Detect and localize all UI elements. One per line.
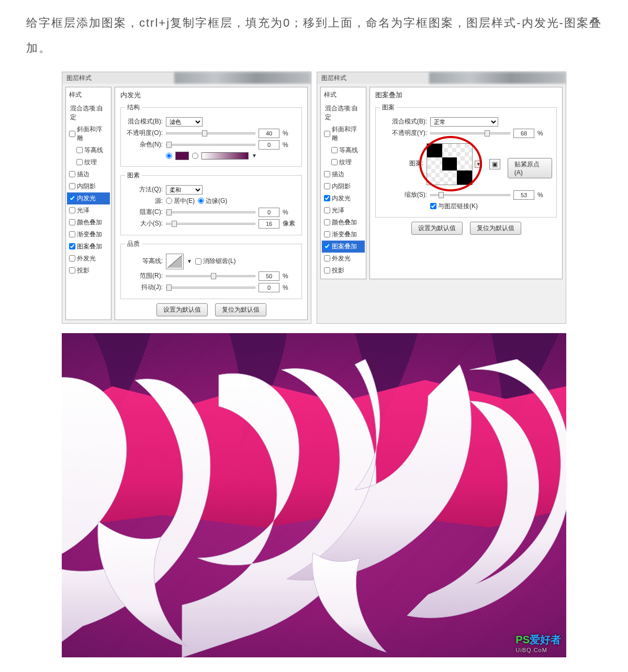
opacity-slider[interactable] xyxy=(166,132,255,134)
range-slider[interactable] xyxy=(166,275,255,277)
checkbox[interactable] xyxy=(324,207,330,213)
make-default-button[interactable]: 设置为默认值 xyxy=(156,303,208,316)
checkbox[interactable] xyxy=(69,195,75,201)
style-color-overlay[interactable]: 颜色叠加 xyxy=(322,217,365,229)
opacity-label: 不透明度(O): xyxy=(125,129,163,138)
noise-value[interactable]: 0 xyxy=(259,140,279,150)
choke-value[interactable]: 0 xyxy=(259,208,279,217)
style-pattern-overlay[interactable]: 图案叠加 xyxy=(322,241,365,253)
opacity-slider[interactable] xyxy=(430,132,510,134)
size-slider[interactable] xyxy=(166,223,255,225)
checkbox[interactable] xyxy=(69,255,75,261)
style-inner-glow[interactable]: 内发光 xyxy=(67,192,110,204)
checkbox[interactable] xyxy=(69,131,75,137)
checkbox[interactable] xyxy=(324,255,330,261)
checkbox[interactable] xyxy=(324,171,330,177)
new-preset-icon[interactable]: ▣ xyxy=(489,159,500,169)
scale-slider[interactable] xyxy=(430,194,510,196)
color-radio[interactable] xyxy=(166,153,172,159)
style-blend-options[interactable]: 混合选项:自定 xyxy=(67,102,110,123)
style-inner-glow[interactable]: 内发光 xyxy=(322,192,365,204)
opacity-value[interactable]: 68 xyxy=(513,129,534,138)
group-quality: 品质 xyxy=(125,240,142,248)
color-swatch[interactable] xyxy=(175,152,189,160)
style-bevel[interactable]: 斜面和浮雕 xyxy=(67,123,110,144)
chevron-down-icon[interactable]: ▼ xyxy=(187,258,192,264)
checkbox[interactable] xyxy=(324,267,330,274)
style-satin[interactable]: 光泽 xyxy=(67,204,110,217)
style-inner-shadow[interactable]: 内阴影 xyxy=(67,180,110,192)
jitter-value[interactable]: 0 xyxy=(259,283,279,292)
checkbox[interactable] xyxy=(69,243,75,249)
source-center-radio[interactable]: 居中(E) xyxy=(166,197,195,206)
range-value[interactable]: 50 xyxy=(259,271,279,281)
blend-mode-select[interactable]: 滤色 xyxy=(166,117,203,127)
percent-unit: % xyxy=(537,191,552,199)
style-texture[interactable]: 纹理 xyxy=(322,156,365,168)
checkbox[interactable] xyxy=(69,207,75,213)
style-gradient-overlay[interactable]: 渐变叠加 xyxy=(322,229,365,241)
checkbox[interactable] xyxy=(69,231,75,237)
noise-slider[interactable] xyxy=(166,144,255,146)
source-edge-radio[interactable]: 边缘(G) xyxy=(198,197,227,206)
style-inner-shadow[interactable]: 内阴影 xyxy=(322,180,365,192)
checkbox[interactable] xyxy=(324,131,330,137)
style-outer-glow[interactable]: 外发光 xyxy=(67,253,110,265)
checkbox[interactable] xyxy=(331,147,338,153)
pattern-preview[interactable] xyxy=(427,143,473,185)
noise-label: 杂色(N): xyxy=(125,140,163,149)
style-drop-shadow[interactable]: 投影 xyxy=(67,265,110,277)
checkbox[interactable] xyxy=(69,267,75,274)
style-color-overlay[interactable]: 颜色叠加 xyxy=(67,217,110,229)
style-drop-shadow[interactable]: 投影 xyxy=(322,265,365,277)
checkbox[interactable] xyxy=(324,231,330,237)
make-default-button[interactable]: 设置为默认值 xyxy=(411,222,463,235)
contour-picker[interactable] xyxy=(166,254,184,269)
inner-glow-panel: 内发光 结构 混合模式(B): 滤色 不透明度(O): 40 % 杂色(N): xyxy=(115,87,308,320)
checkbox[interactable] xyxy=(69,171,75,177)
range-label: 范围(R): xyxy=(125,271,163,280)
chevron-down-icon[interactable]: ▼ xyxy=(252,153,257,158)
choke-slider[interactable] xyxy=(166,211,255,213)
checkbox[interactable] xyxy=(76,159,83,165)
watermark: PS爱好者 UiBQ.CoM xyxy=(515,633,561,653)
style-contour[interactable]: 等高线 xyxy=(322,144,365,156)
px-unit: 像素 xyxy=(283,219,297,228)
checkbox[interactable] xyxy=(324,243,330,249)
technique-select[interactable]: 柔和 xyxy=(166,185,203,195)
style-bevel[interactable]: 斜面和浮雕 xyxy=(322,123,365,144)
size-value[interactable]: 16 xyxy=(259,219,279,229)
style-contour[interactable]: 等高线 xyxy=(67,144,110,156)
snap-origin-button[interactable]: 贴紧原点(A) xyxy=(508,158,552,178)
layer-style-dialog-inner-glow: 图层样式 样式 混合选项:自定 斜面和浮雕 等高线 纹理 描边 内阴影 内发光 … xyxy=(62,72,311,324)
style-gradient-overlay[interactable]: 渐变叠加 xyxy=(67,229,110,241)
checkbox[interactable] xyxy=(69,219,75,225)
checkbox[interactable] xyxy=(331,159,338,165)
style-outer-glow[interactable]: 外发光 xyxy=(322,253,365,265)
group-structure: 结构 xyxy=(125,103,142,112)
style-texture[interactable]: 纹理 xyxy=(67,156,110,168)
style-stroke[interactable]: 描边 xyxy=(67,168,110,180)
chevron-down-icon[interactable]: ▼ xyxy=(475,161,482,168)
reset-default-button[interactable]: 复位为默认值 xyxy=(470,222,521,235)
antialias-check[interactable]: 消除锯齿(L) xyxy=(195,257,236,266)
gradient-radio[interactable] xyxy=(192,153,198,159)
blend-mode-select[interactable]: 正常 xyxy=(430,117,498,127)
link-with-layer-check[interactable]: 与图层链接(K) xyxy=(430,202,478,211)
checkbox[interactable] xyxy=(324,183,330,189)
style-blend-options[interactable]: 混合选项:自定 xyxy=(322,102,365,123)
style-pattern-overlay[interactable]: 图案叠加 xyxy=(67,241,110,253)
reset-default-button[interactable]: 复位为默认值 xyxy=(215,303,266,316)
checkbox[interactable] xyxy=(324,195,330,201)
checkbox[interactable] xyxy=(324,219,330,225)
gradient-swatch[interactable] xyxy=(201,152,249,160)
opacity-value[interactable]: 40 xyxy=(259,129,279,138)
checkbox[interactable] xyxy=(76,147,83,153)
scale-value[interactable]: 53 xyxy=(513,190,534,200)
style-stroke[interactable]: 描边 xyxy=(322,168,365,180)
style-satin[interactable]: 光泽 xyxy=(322,204,365,217)
blend-mode-label: 混合模式(B): xyxy=(380,117,427,126)
checkbox[interactable] xyxy=(69,183,75,189)
jitter-slider[interactable] xyxy=(166,287,255,289)
pattern-overlay-panel: 图案叠加 图案 混合模式(B): 正常 不透明度(Y): 68 % 图案: xyxy=(369,87,563,279)
